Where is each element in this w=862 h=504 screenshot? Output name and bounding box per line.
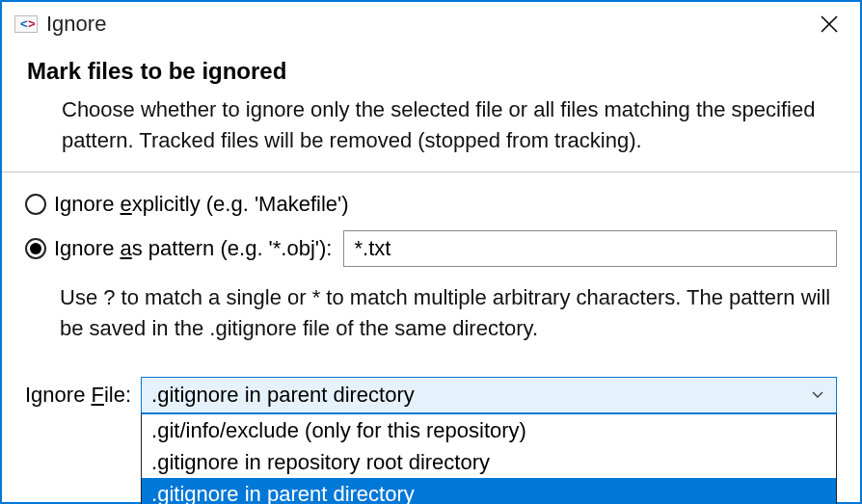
- radio-ignore-as-pattern[interactable]: Ignore as pattern (e.g. '*.obj'):: [25, 230, 837, 267]
- window-title: Ignore: [46, 12, 808, 37]
- ignore-dialog: < > Ignore Mark files to be ignored Choo…: [0, 0, 862, 504]
- close-button[interactable]: [808, 9, 850, 40]
- dropdown-option[interactable]: .git/info/exclude (only for this reposit…: [142, 414, 836, 446]
- header-description: Choose whether to ignore only the select…: [27, 94, 835, 156]
- radio-icon: [25, 238, 46, 259]
- combo-selected-value: .gitignore in parent directory: [151, 383, 809, 408]
- svg-text:>: >: [28, 16, 36, 31]
- chevron-down-icon: [809, 386, 826, 404]
- dropdown-option[interactable]: .gitignore in repository root directory: [142, 446, 836, 478]
- app-icon: < >: [13, 13, 39, 35]
- radio-label-pattern: Ignore as pattern (e.g. '*.obj'):: [54, 236, 332, 261]
- header-title: Mark files to be ignored: [27, 58, 835, 85]
- ignore-file-row: Ignore File: .gitignore in parent direct…: [25, 377, 837, 413]
- ignore-file-dropdown: .git/info/exclude (only for this reposit…: [141, 413, 837, 504]
- pattern-hint: Use ? to match a single or * to match mu…: [25, 280, 837, 344]
- titlebar: < > Ignore: [2, 2, 860, 44]
- close-icon: [821, 15, 838, 33]
- pattern-input[interactable]: [343, 230, 837, 267]
- ignore-file-combo: .gitignore in parent directory .git/info…: [141, 377, 837, 413]
- svg-text:<: <: [20, 16, 28, 31]
- ignore-file-combobox[interactable]: .gitignore in parent directory: [141, 377, 837, 413]
- dialog-header: Mark files to be ignored Choose whether …: [2, 44, 860, 172]
- dropdown-option[interactable]: .gitignore in parent directory: [142, 478, 836, 504]
- radio-ignore-explicitly[interactable]: Ignore explicitly (e.g. 'Makefile'): [25, 192, 837, 217]
- radio-icon: [25, 194, 46, 215]
- dialog-body: Ignore explicitly (e.g. 'Makefile') Igno…: [2, 172, 860, 413]
- radio-label-explicit: Ignore explicitly (e.g. 'Makefile'): [54, 192, 349, 217]
- ignore-file-label: Ignore File:: [25, 383, 131, 408]
